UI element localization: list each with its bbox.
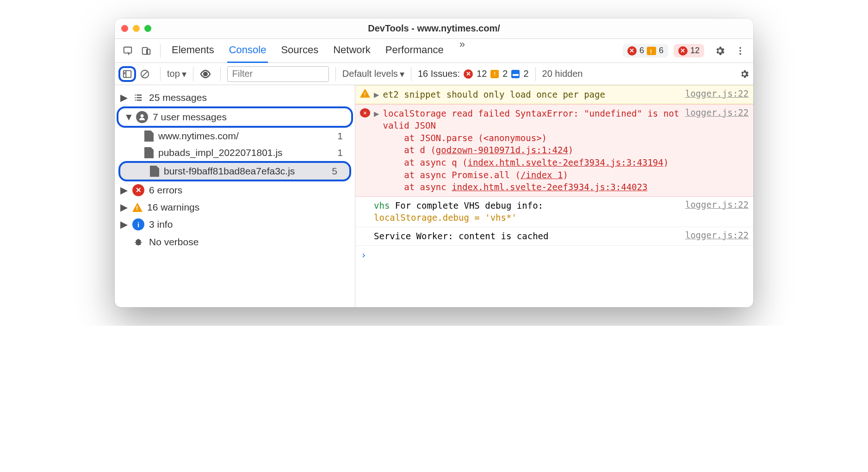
error-icon: ✕ bbox=[132, 184, 144, 196]
console-message-log[interactable]: Service Worker: content is cached logger… bbox=[355, 227, 753, 246]
svg-rect-0 bbox=[124, 47, 132, 53]
sidebar-label: 7 user messages bbox=[153, 112, 227, 123]
message-text: vhs For complete VHS debug info: localSt… bbox=[374, 199, 682, 224]
devtools-window: DevTools - www.nytimes.com/ Elements Con… bbox=[115, 19, 753, 307]
file-icon bbox=[144, 130, 154, 142]
sidebar-row-info[interactable]: ▶ i 3 info bbox=[115, 216, 355, 233]
source-link[interactable]: logger.js:22 bbox=[685, 230, 749, 240]
issues-summary[interactable]: 16 Issues: ✕12 !2 ▬2 bbox=[418, 68, 529, 79]
ext-error-count: 12 bbox=[690, 46, 700, 56]
sidebar-row-messages[interactable]: ▶ 25 messages bbox=[115, 89, 355, 106]
console-toolbar: top▾ Default levels▾ 16 Issues: ✕12 !2 ▬… bbox=[115, 63, 753, 85]
kebab-menu-icon[interactable] bbox=[731, 42, 750, 60]
source-link[interactable]: logger.js:22 bbox=[685, 199, 749, 210]
log-levels-dropdown[interactable]: Default levels▾ bbox=[342, 68, 404, 80]
warning-icon bbox=[360, 89, 370, 98]
console-messages: ▶ et2 snippet should only load once per … bbox=[355, 85, 753, 307]
console-message-warning[interactable]: ▶ et2 snippet should only load once per … bbox=[355, 85, 753, 104]
sidebar-label: 25 messages bbox=[149, 92, 207, 103]
svg-point-3 bbox=[739, 47, 741, 49]
stack-link[interactable]: /index 1 bbox=[521, 170, 563, 180]
tab-network[interactable]: Network bbox=[331, 38, 372, 63]
titlebar: DevTools - www.nytimes.com/ bbox=[115, 19, 753, 39]
sidebar-row-warnings[interactable]: ▶ ! 16 warnings bbox=[115, 199, 355, 216]
sidebar-label: No verbose bbox=[149, 236, 198, 248]
divider bbox=[220, 67, 221, 81]
live-expression-icon[interactable] bbox=[200, 68, 214, 80]
message-text: Service Worker: content is cached bbox=[374, 230, 682, 242]
source-link[interactable]: logger.js:22 bbox=[685, 107, 749, 118]
divider bbox=[411, 67, 411, 81]
issues-label: 16 Issues: bbox=[418, 68, 460, 79]
error-icon: ✕ bbox=[360, 108, 370, 118]
console-settings-icon[interactable] bbox=[739, 69, 750, 79]
file-name: burst-f9baff81bad8ea7efa3c.js bbox=[164, 166, 295, 177]
sidebar-row-verbose[interactable]: ▶ No verbose bbox=[115, 233, 355, 251]
expand-icon: ▶ bbox=[120, 92, 128, 103]
expand-icon: ▶ bbox=[120, 219, 128, 230]
extension-errors-badge[interactable]: ✕ 12 bbox=[674, 44, 704, 57]
console-message-error[interactable]: ✕ ▶ localStorage read failed SyntaxError… bbox=[355, 104, 753, 197]
settings-icon[interactable] bbox=[711, 42, 729, 60]
warning-icon bbox=[647, 47, 656, 55]
svg-point-4 bbox=[739, 50, 741, 52]
sidebar-label: 3 info bbox=[149, 219, 173, 230]
context-selector[interactable]: top▾ bbox=[167, 68, 186, 80]
main-tabs-bar: Elements Console Sources Network Perform… bbox=[115, 39, 753, 63]
console-prompt[interactable]: › bbox=[355, 246, 753, 264]
errors-warnings-badge[interactable]: ✕ 6 6 bbox=[623, 44, 668, 57]
svg-point-9 bbox=[141, 114, 144, 118]
stack-link[interactable]: godzown-9010971d.js:1:424 bbox=[436, 145, 568, 155]
stack-link[interactable]: index.html.svelte-2eef3934.js:3:44023 bbox=[452, 182, 647, 192]
more-tabs-button[interactable]: » bbox=[457, 38, 468, 63]
message-text: localStorage read failed SyntaxError: "u… bbox=[383, 107, 681, 193]
sidebar-row-user-messages[interactable]: ▼ 7 user messages bbox=[117, 106, 353, 128]
user-icon bbox=[136, 111, 148, 123]
bug-icon bbox=[132, 236, 144, 248]
error-icon: ✕ bbox=[627, 46, 637, 56]
sidebar-row-errors[interactable]: ▶ ✕ 6 errors bbox=[115, 181, 355, 199]
filter-input[interactable] bbox=[227, 66, 329, 82]
tab-elements[interactable]: Elements bbox=[170, 38, 216, 63]
message-text: et2 snippet should only load once per pa… bbox=[383, 88, 681, 101]
source-link[interactable]: logger.js:22 bbox=[685, 88, 749, 99]
tab-performance[interactable]: Performance bbox=[384, 38, 446, 63]
file-name: pubads_impl_2022071801.js bbox=[158, 147, 283, 158]
info-icon: i bbox=[132, 218, 144, 230]
breaking-change-icon: ! bbox=[490, 70, 499, 78]
divider bbox=[160, 67, 161, 81]
divider bbox=[335, 67, 336, 81]
sidebar-file-item[interactable]: pubads_impl_2022071801.js 1 bbox=[115, 144, 355, 161]
sidebar-file-item[interactable]: www.nytimes.com/ 1 bbox=[115, 128, 355, 144]
expand-icon: ▶ bbox=[374, 89, 379, 99]
expand-icon: ▶ bbox=[120, 185, 128, 196]
warning-count: 6 bbox=[659, 46, 663, 56]
inspect-element-icon[interactable] bbox=[118, 42, 137, 60]
tab-console[interactable]: Console bbox=[227, 38, 268, 63]
file-icon bbox=[144, 147, 154, 158]
tab-sources[interactable]: Sources bbox=[279, 38, 320, 63]
error-icon: ✕ bbox=[678, 46, 688, 56]
divider bbox=[535, 67, 536, 81]
stack-link[interactable]: index.html.svelte-2eef3934.js:3:43194 bbox=[467, 157, 663, 168]
device-toolbar-icon[interactable] bbox=[137, 42, 155, 60]
main-tabs: Elements Console Sources Network Perform… bbox=[170, 38, 468, 63]
file-count: 1 bbox=[337, 130, 349, 142]
list-icon bbox=[132, 92, 144, 104]
sidebar-label: 16 warnings bbox=[147, 202, 199, 213]
hidden-count[interactable]: 20 hidden bbox=[542, 68, 583, 79]
improvement-icon: ▬ bbox=[511, 70, 520, 78]
sidebar-file-item[interactable]: burst-f9baff81bad8ea7efa3c.js 5 bbox=[118, 161, 351, 181]
file-icon bbox=[150, 166, 159, 177]
console-sidebar: ▶ 25 messages ▼ 7 user messages www.nyti… bbox=[115, 85, 355, 307]
window-title: DevTools - www.nytimes.com/ bbox=[115, 23, 753, 34]
error-icon: ✕ bbox=[464, 69, 473, 79]
svg-point-5 bbox=[739, 53, 741, 55]
sidebar-label: 6 errors bbox=[149, 185, 182, 196]
error-count: 6 bbox=[639, 46, 644, 56]
toggle-sidebar-button[interactable] bbox=[118, 66, 136, 82]
console-message-log[interactable]: vhs For complete VHS debug info: localSt… bbox=[355, 197, 753, 227]
warning-icon: ! bbox=[132, 203, 143, 212]
file-name: www.nytimes.com/ bbox=[158, 130, 239, 142]
clear-console-icon[interactable] bbox=[140, 69, 154, 79]
